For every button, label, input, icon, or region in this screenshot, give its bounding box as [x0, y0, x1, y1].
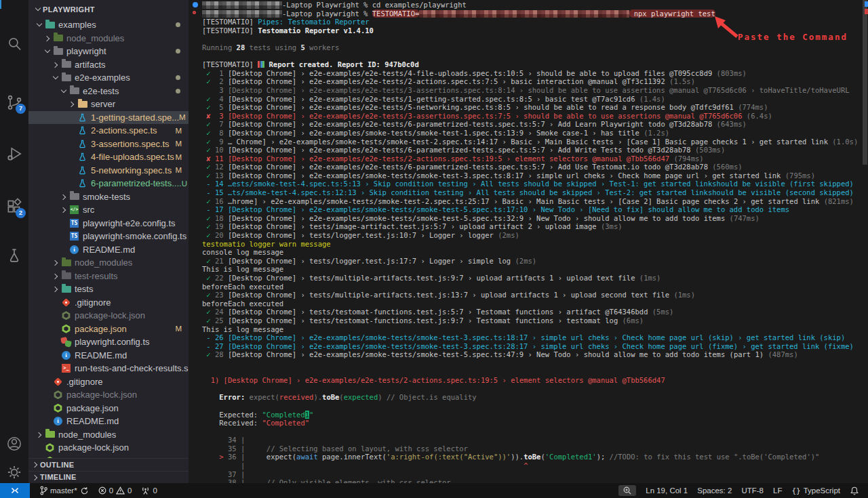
- search-icon[interactable]: [0, 33, 28, 56]
- terminal-line: ✓ 10 [Desktop Chrome] › e2e-examples/e2e…: [202, 146, 868, 154]
- chevron-spacer: [60, 243, 68, 256]
- terminal-text: (803ms): [717, 69, 747, 77]
- tree-item-6-parametrized-tests[interactable]: 6-parametrized-tests....U: [28, 177, 189, 190]
- tree-item-readme-md[interactable]: iREADME.md: [28, 349, 189, 362]
- chevron-spacer: [43, 388, 52, 401]
- tree-item-package-lock-json[interactable]: package-lock.json: [28, 309, 189, 323]
- ports-status[interactable]: 0: [136, 483, 161, 498]
- chevron-down-icon[interactable]: [60, 85, 68, 98]
- tree-item-package-lock-json[interactable]: package-lock.json: [28, 441, 189, 455]
- tree-item-playwright-config-ts[interactable]: playwright.config.ts: [28, 335, 189, 349]
- terminal-text: 24: [211, 308, 228, 316]
- tree-item-artifacts[interactable]: artifacts: [28, 58, 189, 72]
- terminal-text: [202, 393, 219, 401]
- timeline-label: TIMELINE: [40, 473, 77, 481]
- terminal-line: ✓ 21 [Desktop Chrome] › tests/logger.tes…: [202, 257, 868, 266]
- chevron-right-icon[interactable]: [52, 256, 60, 269]
- source-control-icon[interactable]: 7: [0, 91, 28, 114]
- tree-item-1-getting-started-spe[interactable]: 1-getting-started.spe...M: [28, 111, 189, 125]
- terminal-panel[interactable]: -Laptop Playwright % cd examples/playwri…: [189, 0, 868, 483]
- command-error-decoration[interactable]: [193, 11, 196, 14]
- outline-section[interactable]: OUTLINE: [28, 458, 189, 471]
- tree-item-playwright-smoke-config-ts[interactable]: TSplaywright-smoke.config.ts: [28, 230, 189, 243]
- tree-item-label: playwright: [66, 46, 106, 56]
- tree-item-tests[interactable]: tests: [28, 283, 189, 296]
- tree-item-node-modules[interactable]: node_modules: [28, 256, 189, 270]
- tree-item-src[interactable]: </>src: [28, 203, 189, 217]
- command-success-decoration[interactable]: [193, 2, 198, 7]
- terminal-scrollbar[interactable]: [863, 0, 867, 165]
- warnings-icon: [116, 486, 125, 495]
- chevron-right-icon[interactable]: [60, 190, 68, 203]
- indentation-status[interactable]: Spaces: 2: [692, 483, 736, 498]
- run-debug-icon[interactable]: [0, 142, 28, 165]
- tree-item-test-results[interactable]: test-results: [28, 270, 189, 283]
- chevron-right-icon[interactable]: [43, 32, 52, 45]
- branch-status[interactable]: master*: [35, 483, 94, 498]
- terminal-text: Testomatio Reporter v1.4.10: [258, 26, 374, 35]
- magnifier-plus-icon: [618, 485, 636, 496]
- terminal-text: tests using: [245, 43, 300, 51]
- folder-icon: [45, 22, 55, 28]
- encoding-status[interactable]: UTF-8: [736, 483, 768, 498]
- language-status[interactable]: {} TypeScript: [787, 483, 845, 498]
- chevron-right-icon[interactable]: [52, 58, 60, 71]
- testing-icon[interactable]: [0, 244, 28, 267]
- terminal-line: ✓ 9 … Chrome] › e2e-examples/smoke-tests…: [202, 138, 868, 146]
- tree-item-e2e-tests[interactable]: e2e-tests: [28, 85, 189, 98]
- chevron-right-icon[interactable]: [68, 98, 77, 110]
- terminal-text: [Desktop Chrome] › tests/logger.test.js:…: [228, 257, 515, 265]
- tree-item-playwright-e2e-config-ts[interactable]: TSplaywright-e2e.config.ts: [28, 217, 189, 230]
- tree-item-label: .gitignore: [66, 377, 102, 387]
- tree-item-node-modules[interactable]: node_modules: [28, 428, 189, 442]
- tree-item-2-actions-spec-ts[interactable]: 2-actions.spec.tsM: [28, 124, 189, 138]
- terminal-line: | ^: [202, 461, 868, 470]
- tree-item-package-lock-json[interactable]: package-lock.json: [28, 388, 189, 402]
- activity-bar: 7 2: [0, 0, 28, 483]
- chevron-spacer: [43, 402, 52, 415]
- timeline-section[interactable]: TIMELINE: [28, 471, 189, 484]
- tree-item-label: 1-getting-started.spe...: [91, 112, 179, 123]
- remote-indicator[interactable]: [0, 483, 30, 498]
- eol-status[interactable]: LF: [768, 483, 787, 498]
- tree-item-package-json[interactable]: package.jsonM: [28, 323, 189, 336]
- terminal-text: ✓: [202, 129, 211, 137]
- account-icon[interactable]: [0, 432, 28, 455]
- tree-item-examples[interactable]: examples: [28, 18, 189, 32]
- tree-item-run-tests-and-check-results-sh[interactable]: >_run-tests-and-check-results.sh: [28, 362, 189, 375]
- problems-status[interactable]: 0 0: [94, 483, 137, 498]
- tree-item-4-file-uploads-spec-ts[interactable]: 4-file-uploads.spec.tsM: [28, 150, 189, 164]
- cursor-position[interactable]: Ln 19, Col 1: [641, 483, 692, 498]
- tree-item-server[interactable]: server: [28, 98, 189, 111]
- git-status-badge: M: [179, 113, 186, 121]
- tree-item-3-assertions-spec-ts[interactable]: 3-assertions.spec.tsM: [28, 138, 189, 151]
- tree-item-package-json[interactable]: package.json: [28, 402, 189, 415]
- screencast-zoom-button[interactable]: [614, 483, 641, 498]
- tree-item-gitignore[interactable]: .gitignore: [28, 375, 189, 389]
- source-control-badge: 7: [16, 104, 26, 114]
- notifications-bell-icon[interactable]: [845, 483, 864, 498]
- tree-item-readme-md[interactable]: iREADME.md: [28, 243, 189, 257]
- tree-item-playwright[interactable]: playwright: [28, 45, 189, 58]
- terminal-line: - 14 …ests/smoke-test-4.spec.ts:5:13 › S…: [202, 180, 868, 188]
- tree-item-gitignore[interactable]: .gitignore: [28, 296, 189, 310]
- chevron-right-icon[interactable]: [35, 428, 44, 441]
- workspace-header[interactable]: PLAYWRIGHT: [28, 0, 189, 18]
- chevron-right-icon[interactable]: [60, 203, 68, 216]
- chevron-down-icon[interactable]: [43, 45, 52, 58]
- settings-gear-icon[interactable]: [0, 461, 28, 484]
- tree-item-readme-md[interactable]: iREADME.md: [28, 415, 189, 428]
- terminal-text: ✓: [202, 197, 211, 205]
- tree-item-node-modules[interactable]: node_modules: [28, 32, 189, 45]
- chevron-right-icon[interactable]: [52, 270, 60, 283]
- terminal-text: toBe: [524, 453, 540, 461]
- chevron-right-icon[interactable]: [52, 283, 60, 295]
- chevron-down-icon[interactable]: [35, 18, 44, 31]
- branch-icon: [40, 486, 47, 495]
- tree-item-5-networking-spec-ts[interactable]: 5-networking.spec.tsM: [28, 164, 189, 178]
- tree-item-smoke-tests[interactable]: smoke-tests: [28, 190, 189, 204]
- tree-item-e2e-examples[interactable]: e2e-examples: [28, 71, 189, 85]
- chevron-down-icon[interactable]: [52, 71, 60, 84]
- extensions-icon[interactable]: 2: [0, 195, 28, 218]
- terminal-text: //TODO: to fix this test use ".toBe('Com…: [610, 453, 820, 461]
